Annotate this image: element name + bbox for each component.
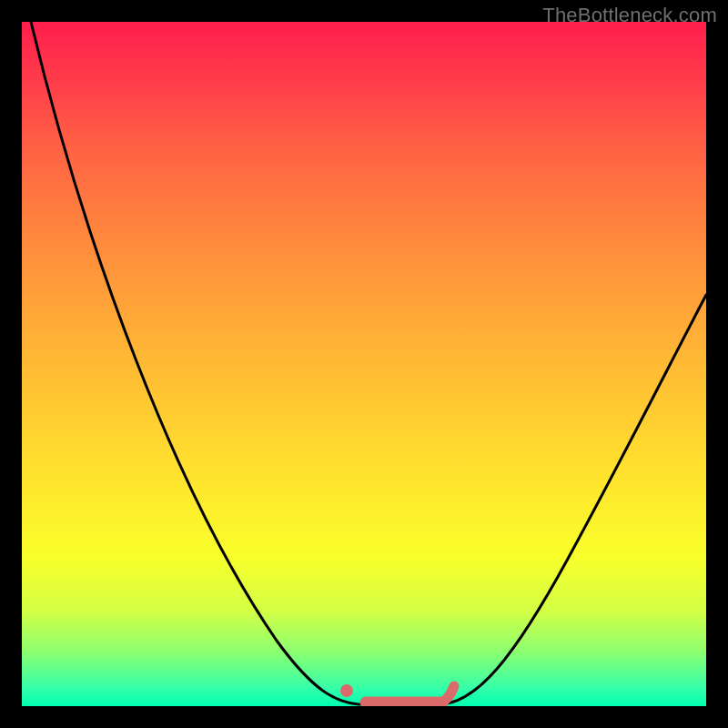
bottom-black-border [0,706,728,728]
watermark-text: TheBottleneck.com [542,4,717,27]
marker-dot [340,684,353,697]
marker-tail-up [442,686,454,703]
bottleneck-curve [22,22,706,706]
curve-path [31,22,706,704]
